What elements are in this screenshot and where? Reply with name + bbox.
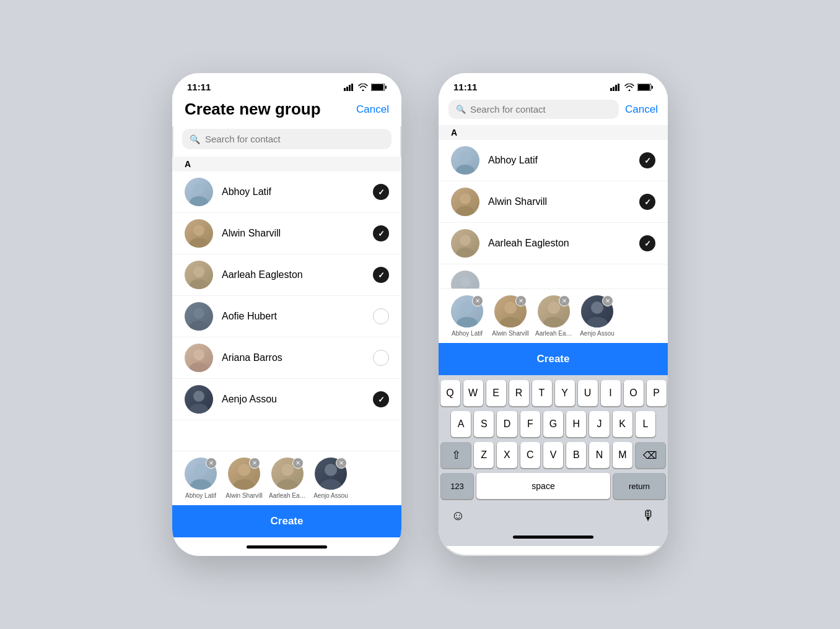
remove-badge-alwin-r[interactable] — [515, 295, 527, 306]
contact-name-abhoy-right: Abhoy Latif — [488, 155, 631, 166]
key-b[interactable]: B — [566, 442, 586, 468]
check-circle-aarleah-left[interactable] — [373, 267, 389, 283]
create-button-right[interactable]: Create — [439, 343, 668, 375]
key-r[interactable]: R — [509, 380, 529, 406]
key-delete[interactable]: ⌫ — [636, 442, 665, 468]
selected-contact-alwin-left[interactable]: Alwin Sharvill — [225, 458, 263, 499]
search-input-right[interactable] — [470, 104, 611, 115]
svg-rect-28 — [613, 87, 615, 91]
check-circle-abhoy-left[interactable] — [373, 184, 389, 200]
contact-item-abhoy-left[interactable]: Abhoy Latif — [172, 171, 401, 213]
remove-badge-aarleah[interactable] — [292, 458, 304, 469]
check-circle-alwin-left[interactable] — [373, 225, 389, 241]
key-z[interactable]: Z — [474, 442, 494, 468]
remove-badge-aenjo-r[interactable] — [602, 295, 613, 306]
remove-badge-alwin[interactable] — [249, 458, 260, 469]
cancel-button-right[interactable]: Cancel — [625, 103, 658, 116]
svg-point-36 — [460, 193, 471, 204]
selected-avatar-wrap-abhoy-r — [451, 295, 483, 328]
remove-badge-abhoy-r[interactable] — [472, 295, 483, 306]
contact-item-partial-right[interactable] — [439, 264, 668, 288]
selected-avatar-wrap-abhoy — [185, 458, 217, 490]
contact-item-aarleah-left[interactable]: Aarleah Eagleston — [172, 254, 401, 296]
svg-point-18 — [190, 404, 208, 414]
key-g[interactable]: G — [543, 411, 563, 437]
key-q[interactable]: Q — [440, 380, 460, 406]
key-m[interactable]: M — [613, 442, 632, 468]
selected-contact-abhoy-left[interactable]: Abhoy Latif — [182, 458, 219, 499]
key-n[interactable]: N — [589, 442, 609, 468]
svg-point-34 — [460, 152, 471, 163]
check-circle-alwin-right[interactable] — [639, 194, 655, 210]
contact-item-alwin-left[interactable]: Alwin Sharvill — [172, 213, 401, 254]
remove-badge-aenjo[interactable] — [336, 458, 347, 469]
check-circle-aenjo-left[interactable] — [373, 391, 389, 407]
avatar-alwin-left — [185, 219, 213, 248]
key-123[interactable]: 123 — [441, 473, 473, 499]
selected-contact-aarleah-right[interactable]: Aarleah Eag... — [535, 295, 572, 337]
key-c[interactable]: C — [520, 442, 540, 468]
key-x[interactable]: X — [497, 442, 517, 468]
home-indicator-right — [439, 527, 668, 546]
key-l[interactable]: L — [636, 411, 655, 437]
key-d[interactable]: D — [497, 411, 517, 437]
check-circle-abhoy-right[interactable] — [639, 152, 655, 168]
key-w[interactable]: W — [463, 380, 483, 406]
svg-rect-27 — [610, 88, 612, 91]
key-f[interactable]: F — [520, 411, 540, 437]
key-i[interactable]: I — [601, 380, 621, 406]
emoji-icon[interactable]: ☺ — [451, 508, 465, 524]
selected-contact-aenjo-left[interactable]: Aenjo Assou — [312, 458, 349, 499]
selected-contact-aenjo-right[interactable]: Aenjo Assou — [579, 295, 616, 337]
contact-item-ariana-left[interactable]: Ariana Barros — [172, 337, 401, 379]
contact-item-aofie-left[interactable]: Aofie Hubert — [172, 296, 401, 337]
key-k[interactable]: K — [613, 411, 632, 437]
svg-rect-33 — [652, 85, 653, 89]
mic-icon[interactable]: 🎙 — [642, 508, 655, 524]
person-silhouette — [451, 271, 479, 288]
selected-name-abhoy-left: Abhoy Latif — [185, 492, 216, 499]
contact-name-aarleah-right: Aarleah Eagleston — [488, 238, 631, 249]
svg-point-8 — [190, 196, 208, 206]
search-input-left[interactable] — [205, 134, 384, 144]
cancel-button-left[interactable]: Cancel — [356, 103, 389, 116]
remove-badge-abhoy[interactable] — [206, 458, 217, 469]
key-shift[interactable]: ⇧ — [441, 442, 471, 468]
create-button-left[interactable]: Create — [172, 505, 401, 537]
selected-name-alwin-right: Alwin Sharvill — [492, 330, 528, 337]
check-circle-aarleah-right[interactable] — [639, 235, 655, 251]
key-y[interactable]: Y — [555, 380, 575, 406]
key-t[interactable]: T — [532, 380, 552, 406]
selected-name-aarleah-right: Aarleah Eag... — [535, 330, 572, 337]
contact-item-alwin-right[interactable]: Alwin Sharvill — [439, 181, 668, 223]
search-field-right[interactable]: 🔍 — [448, 100, 619, 119]
key-u[interactable]: U — [578, 380, 598, 406]
selected-avatar-wrap-aenjo — [315, 458, 347, 490]
search-icon-left: 🔍 — [190, 134, 200, 144]
contact-list-left: Abhoy Latif Alwin Sharvill Aarleah — [172, 171, 401, 451]
key-return[interactable]: return — [613, 473, 665, 499]
key-e[interactable]: E — [486, 380, 506, 406]
keyboard: Q W E R T Y U I O P A S D F G H J K L ⇧ … — [439, 375, 668, 527]
contact-item-aenjo-left[interactable]: Aenjo Assou — [172, 379, 401, 420]
check-circle-aofie-left[interactable] — [373, 308, 389, 324]
key-p[interactable]: P — [647, 380, 667, 406]
selected-contact-alwin-right[interactable]: Alwin Sharvill — [492, 295, 529, 337]
key-v[interactable]: V — [543, 442, 563, 468]
key-j[interactable]: J — [589, 411, 609, 437]
selected-contact-abhoy-right[interactable]: Abhoy Latif — [448, 295, 486, 337]
key-h[interactable]: H — [566, 411, 586, 437]
contact-item-abhoy-right[interactable]: Abhoy Latif — [439, 140, 668, 181]
check-circle-ariana-left[interactable] — [373, 350, 389, 366]
remove-badge-aarleah-r[interactable] — [559, 295, 570, 306]
key-a[interactable]: A — [451, 411, 471, 437]
contact-item-aarleah-right[interactable]: Aarleah Eagleston — [439, 223, 668, 264]
search-bar-left[interactable]: 🔍 — [182, 129, 392, 149]
selected-contact-aarleah-left[interactable]: Aarleah Eag... — [269, 458, 306, 499]
svg-point-24 — [277, 479, 298, 490]
svg-rect-2 — [349, 85, 351, 91]
key-o[interactable]: O — [624, 380, 644, 406]
svg-point-17 — [193, 391, 204, 402]
key-space[interactable]: space — [476, 473, 610, 499]
key-s[interactable]: S — [474, 411, 494, 437]
